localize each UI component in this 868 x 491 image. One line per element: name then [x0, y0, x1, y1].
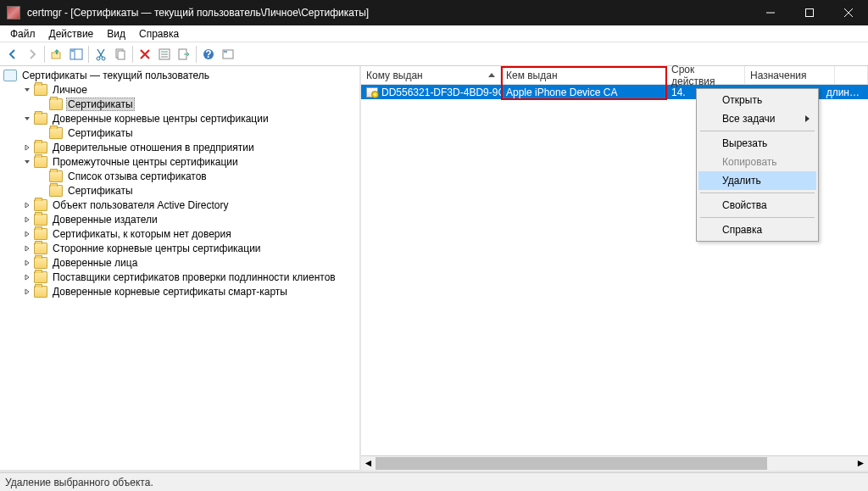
- tree-caret-empty: [37, 99, 47, 109]
- tree-item[interactable]: Доверенные лица: [0, 255, 359, 270]
- tree-item[interactable]: Объект пользователя Active Directory: [0, 198, 359, 212]
- statusbar: Удаление выбранного объекта.: [0, 472, 868, 491]
- chevron-down-icon[interactable]: [22, 85, 32, 95]
- menu-file[interactable]: Файл: [3, 26, 42, 42]
- copy-button[interactable]: [111, 45, 130, 64]
- cm-help[interactable]: Справка: [698, 220, 816, 239]
- chevron-right-icon[interactable]: [22, 229, 32, 239]
- scroll-thumb[interactable]: [376, 457, 767, 470]
- tree-item-label: Промежуточные центры сертификации: [51, 156, 240, 168]
- window-title: certmgr - [Сертификаты — текущий пользов…: [27, 7, 751, 19]
- minimize-button[interactable]: [751, 0, 790, 25]
- close-button[interactable]: [829, 0, 868, 25]
- tree-item[interactable]: Сертификаты: [0, 97, 359, 111]
- up-button[interactable]: [47, 45, 66, 64]
- list-pane: Кому выдан Кем выдан Срок действия Назна…: [361, 66, 868, 470]
- certificate-icon: [366, 87, 378, 98]
- tree-item[interactable]: Сторонние корневые центры сертификации: [0, 241, 359, 255]
- scroll-track[interactable]: [376, 456, 854, 471]
- tree-item[interactable]: Доверенные корневые центры сертификации: [0, 111, 359, 126]
- content-area: Сертификаты — текущий пользователь Лично…: [0, 66, 868, 470]
- cm-cut[interactable]: Вырезать: [698, 134, 816, 153]
- scroll-left-button[interactable]: ◄: [361, 456, 376, 471]
- cm-copy[interactable]: Копировать: [698, 153, 816, 171]
- tree-item[interactable]: Сертификаты: [0, 183, 359, 198]
- tree-item-label: Список отзыва сертификатов: [66, 170, 209, 182]
- svg-rect-0: [806, 9, 814, 17]
- col-expires[interactable]: Срок действия: [666, 66, 745, 84]
- maximize-button[interactable]: [790, 0, 829, 25]
- tree-item[interactable]: Доверенные издатели: [0, 212, 359, 226]
- tree-item-label: Доверенные корневые сертификаты смарт-ка…: [51, 286, 289, 298]
- export-button[interactable]: [175, 45, 193, 64]
- tree-item[interactable]: Сертификаты: [0, 126, 359, 140]
- col-issued-to[interactable]: Кому выдан: [361, 66, 501, 84]
- folder-icon: [34, 286, 47, 298]
- properties-button[interactable]: [155, 45, 174, 64]
- chevron-right-icon[interactable]: [22, 200, 32, 210]
- tree-item[interactable]: Сертификаты, к которым нет доверия: [0, 226, 359, 241]
- cm-sep-3: [700, 217, 815, 218]
- col-issued-by[interactable]: Кем выдан: [501, 66, 666, 84]
- chevron-right-icon[interactable]: [22, 272, 32, 282]
- delete-button[interactable]: [136, 45, 154, 64]
- tree-item[interactable]: Личное: [0, 82, 359, 97]
- tree-item[interactable]: Промежуточные центры сертификации: [0, 154, 359, 169]
- chevron-down-icon[interactable]: [22, 157, 32, 167]
- tree-item-label: Объект пользователя Active Directory: [51, 199, 231, 211]
- horizontal-scrollbar[interactable]: ◄ ►: [361, 455, 868, 470]
- cm-sep-2: [700, 192, 815, 193]
- folder-icon: [34, 257, 47, 269]
- scroll-right-button[interactable]: ►: [854, 456, 868, 471]
- titlebar: certmgr - [Сертификаты — текущий пользов…: [0, 0, 868, 25]
- back-button[interactable]: [3, 45, 22, 64]
- tree-item[interactable]: Доверенные корневые сертификаты смарт-ка…: [0, 284, 359, 299]
- svg-rect-17: [224, 51, 227, 53]
- list-header: Кому выдан Кем выдан Срок действия Назна…: [361, 66, 868, 85]
- svg-text:?: ?: [205, 48, 211, 60]
- help-button[interactable]: ?: [199, 45, 218, 64]
- col-purposes[interactable]: Назначения: [745, 66, 835, 84]
- menu-action[interactable]: Действие: [42, 26, 101, 42]
- col-extra[interactable]: [835, 66, 868, 84]
- cm-properties[interactable]: Свойства: [698, 196, 816, 215]
- show-hide-tree-button[interactable]: [67, 45, 86, 64]
- tree-item-label: Сертификаты: [66, 98, 135, 111]
- tree-item-label: Доверенные издатели: [51, 214, 159, 226]
- tree-item-label: Сторонние корневые центры сертификации: [51, 243, 263, 254]
- svg-rect-8: [118, 51, 125, 59]
- app-name: certmgr: [27, 7, 62, 19]
- tree-caret-empty: [37, 128, 47, 138]
- tree-caret-empty: [37, 171, 47, 181]
- menu-help[interactable]: Справка: [132, 26, 186, 42]
- folder-icon: [34, 113, 47, 125]
- tree-root[interactable]: Сертификаты — текущий пользователь: [0, 68, 359, 82]
- cm-delete[interactable]: Удалить: [698, 171, 816, 190]
- chevron-down-icon[interactable]: [22, 114, 32, 124]
- options-button[interactable]: [219, 45, 237, 64]
- cm-all-tasks[interactable]: Все задачи: [698, 109, 816, 128]
- svg-rect-4: [71, 50, 74, 52]
- context-menu: Открыть Все задачи Вырезать Копировать У…: [696, 88, 819, 242]
- chevron-right-icon[interactable]: [22, 215, 32, 225]
- tree-item[interactable]: Список отзыва сертификатов: [0, 169, 359, 183]
- chevron-right-icon[interactable]: [22, 243, 32, 254]
- tree-item-label: Доверенные корневые центры сертификации: [51, 113, 270, 125]
- tree-pane[interactable]: Сертификаты — текущий пользователь Лично…: [0, 66, 361, 470]
- cert-store-icon: [3, 70, 17, 81]
- chevron-right-icon[interactable]: [22, 258, 32, 268]
- cm-sep-1: [700, 131, 815, 131]
- menu-view[interactable]: Вид: [100, 26, 132, 42]
- chevron-right-icon[interactable]: [22, 142, 32, 153]
- folder-icon: [34, 142, 47, 153]
- chevron-right-icon[interactable]: [22, 287, 32, 297]
- cut-button[interactable]: [92, 45, 110, 64]
- tree-item[interactable]: Поставщики сертификатов проверки подлинн…: [0, 270, 359, 284]
- status-text: Удаление выбранного объекта.: [5, 477, 153, 488]
- tree-item[interactable]: Доверительные отношения в предприятии: [0, 140, 359, 154]
- tree-item-label: Сертификаты: [66, 185, 135, 197]
- cell-issued-by: Apple iPhone Device CA: [501, 86, 666, 98]
- tree-item-label: Доверенные лица: [51, 257, 139, 269]
- cm-open[interactable]: Открыть: [698, 91, 816, 109]
- forward-button[interactable]: [23, 45, 42, 64]
